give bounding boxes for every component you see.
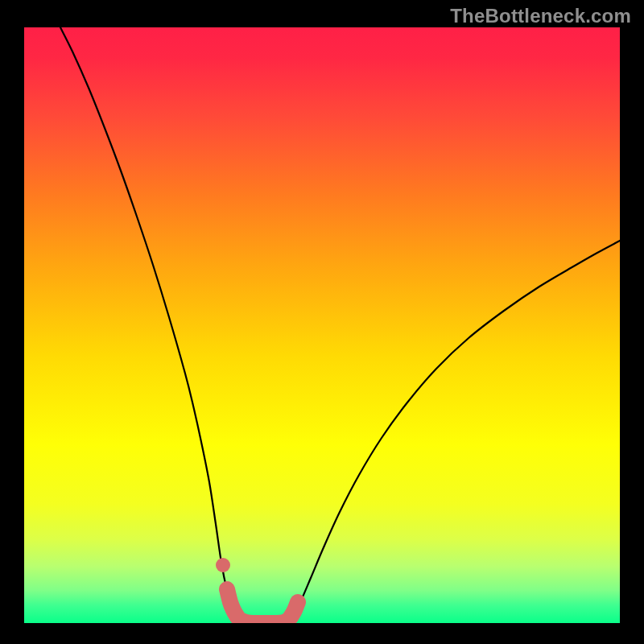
marker-dot bbox=[216, 558, 230, 572]
attribution-text: TheBottleneck.com bbox=[450, 5, 631, 27]
plot-svg bbox=[24, 27, 620, 623]
plot-frame bbox=[24, 27, 620, 623]
gradient-background bbox=[24, 27, 620, 623]
chart-canvas: TheBottleneck.com bbox=[0, 0, 644, 644]
